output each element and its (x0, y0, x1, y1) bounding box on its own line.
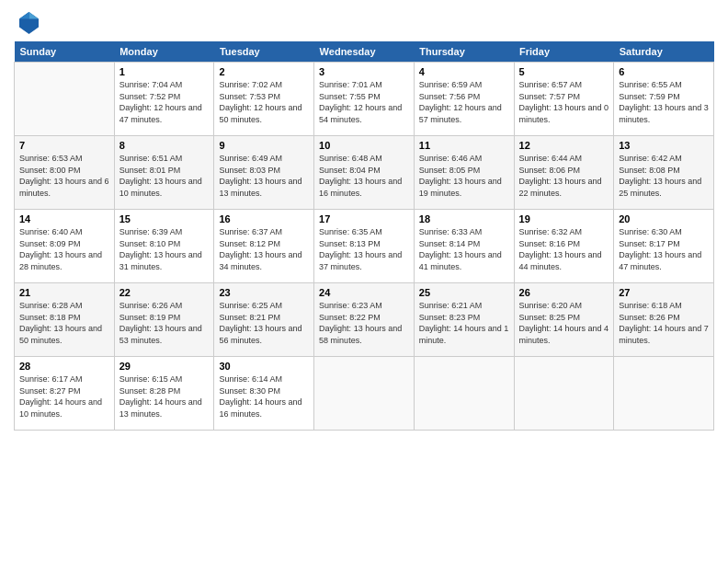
date-number: 16 (219, 213, 309, 224)
date-number: 11 (419, 140, 509, 151)
cell-info: Sunrise: 6:48 AMSunset: 8:04 PMDaylight:… (319, 153, 409, 199)
date-number: 9 (219, 140, 309, 151)
logo-icon (14, 9, 41, 37)
calendar-cell: 27 Sunrise: 6:18 AMSunset: 8:26 PMDaylig… (614, 283, 714, 357)
calendar-cell: 20 Sunrise: 6:30 AMSunset: 8:17 PMDaylig… (614, 210, 714, 283)
date-number: 1 (119, 66, 210, 77)
cell-info: Sunrise: 6:37 AMSunset: 8:12 PMDaylight:… (219, 226, 309, 272)
cell-info: Sunrise: 6:59 AMSunset: 7:56 PMDaylight:… (419, 79, 509, 125)
calendar-cell: 14 Sunrise: 6:40 AMSunset: 8:09 PMDaylig… (15, 210, 115, 283)
calendar-cell: 10 Sunrise: 6:48 AMSunset: 8:04 PMDaylig… (314, 136, 415, 210)
cell-info: Sunrise: 6:51 AMSunset: 8:01 PMDaylight:… (119, 153, 210, 199)
calendar-table: SundayMondayTuesdayWednesdayThursdayFrid… (14, 41, 714, 431)
calendar-cell: 25 Sunrise: 6:21 AMSunset: 8:23 PMDaylig… (414, 283, 514, 357)
calendar-cell: 12 Sunrise: 6:44 AMSunset: 8:06 PMDaylig… (514, 136, 614, 210)
day-header-wednesday: Wednesday (314, 41, 415, 63)
cell-info: Sunrise: 6:21 AMSunset: 8:23 PMDaylight:… (419, 300, 509, 346)
page: SundayMondayTuesdayWednesdayThursdayFrid… (0, 0, 728, 563)
date-number: 28 (19, 361, 109, 372)
cell-info: Sunrise: 6:40 AMSunset: 8:09 PMDaylight:… (19, 226, 109, 272)
cell-info: Sunrise: 6:33 AMSunset: 8:14 PMDaylight:… (419, 226, 509, 272)
cell-info: Sunrise: 6:55 AMSunset: 7:59 PMDaylight:… (619, 79, 709, 125)
cell-info: Sunrise: 6:42 AMSunset: 8:08 PMDaylight:… (619, 153, 709, 199)
week-row-1: 1 Sunrise: 7:04 AMSunset: 7:52 PMDayligh… (15, 63, 714, 136)
week-row-5: 28 Sunrise: 6:17 AMSunset: 8:27 PMDaylig… (15, 357, 714, 431)
calendar-cell: 30 Sunrise: 6:14 AMSunset: 8:30 PMDaylig… (214, 357, 314, 431)
date-number: 18 (419, 213, 509, 224)
day-header-row: SundayMondayTuesdayWednesdayThursdayFrid… (15, 41, 714, 63)
cell-info: Sunrise: 7:04 AMSunset: 7:52 PMDaylight:… (119, 79, 210, 125)
date-number: 27 (619, 287, 709, 298)
date-number: 30 (219, 361, 309, 372)
date-number: 25 (419, 287, 509, 298)
cell-info: Sunrise: 6:23 AMSunset: 8:22 PMDaylight:… (319, 300, 409, 346)
calendar-cell: 13 Sunrise: 6:42 AMSunset: 8:08 PMDaylig… (614, 136, 714, 210)
cell-info: Sunrise: 6:18 AMSunset: 8:26 PMDaylight:… (619, 300, 709, 346)
date-number: 6 (619, 66, 709, 77)
calendar-cell: 17 Sunrise: 6:35 AMSunset: 8:13 PMDaylig… (314, 210, 415, 283)
cell-info: Sunrise: 6:49 AMSunset: 8:03 PMDaylight:… (219, 153, 309, 199)
calendar-cell: 8 Sunrise: 6:51 AMSunset: 8:01 PMDayligh… (114, 136, 214, 210)
calendar-cell: 9 Sunrise: 6:49 AMSunset: 8:03 PMDayligh… (214, 136, 314, 210)
cell-info: Sunrise: 6:26 AMSunset: 8:19 PMDaylight:… (119, 300, 210, 346)
cell-info: Sunrise: 6:46 AMSunset: 8:05 PMDaylight:… (419, 153, 509, 199)
calendar-cell (514, 357, 614, 431)
calendar-cell: 5 Sunrise: 6:57 AMSunset: 7:57 PMDayligh… (514, 63, 614, 136)
week-row-4: 21 Sunrise: 6:28 AMSunset: 8:18 PMDaylig… (15, 283, 714, 357)
cell-info: Sunrise: 6:14 AMSunset: 8:30 PMDaylight:… (219, 373, 309, 419)
cell-info: Sunrise: 6:28 AMSunset: 8:18 PMDaylight:… (19, 300, 109, 346)
date-number: 23 (219, 287, 309, 298)
calendar-cell: 26 Sunrise: 6:20 AMSunset: 8:25 PMDaylig… (514, 283, 614, 357)
calendar-cell: 15 Sunrise: 6:39 AMSunset: 8:10 PMDaylig… (114, 210, 214, 283)
calendar-cell: 21 Sunrise: 6:28 AMSunset: 8:18 PMDaylig… (15, 283, 115, 357)
cell-info: Sunrise: 6:17 AMSunset: 8:27 PMDaylight:… (19, 373, 109, 419)
day-header-tuesday: Tuesday (214, 41, 314, 63)
calendar-cell: 1 Sunrise: 7:04 AMSunset: 7:52 PMDayligh… (114, 63, 214, 136)
cell-info: Sunrise: 6:57 AMSunset: 7:57 PMDaylight:… (519, 79, 609, 125)
calendar-cell: 4 Sunrise: 6:59 AMSunset: 7:56 PMDayligh… (414, 63, 514, 136)
calendar-cell (414, 357, 514, 431)
calendar-cell: 11 Sunrise: 6:46 AMSunset: 8:05 PMDaylig… (414, 136, 514, 210)
calendar-cell: 28 Sunrise: 6:17 AMSunset: 8:27 PMDaylig… (15, 357, 115, 431)
svg-marker-1 (29, 12, 40, 19)
day-header-monday: Monday (114, 41, 214, 63)
cell-info: Sunrise: 6:35 AMSunset: 8:13 PMDaylight:… (319, 226, 409, 272)
date-number: 8 (119, 140, 210, 151)
date-number: 5 (519, 66, 609, 77)
date-number: 24 (319, 287, 409, 298)
calendar-cell: 3 Sunrise: 7:01 AMSunset: 7:55 PMDayligh… (314, 63, 415, 136)
date-number: 19 (519, 213, 609, 224)
week-row-3: 14 Sunrise: 6:40 AMSunset: 8:09 PMDaylig… (15, 210, 714, 283)
day-header-sunday: Sunday (15, 41, 115, 63)
date-number: 21 (19, 287, 109, 298)
date-number: 13 (619, 140, 709, 151)
calendar-cell (314, 357, 415, 431)
date-number: 2 (219, 66, 309, 77)
date-number: 29 (119, 361, 210, 372)
date-number: 20 (619, 213, 709, 224)
day-header-thursday: Thursday (414, 41, 514, 63)
date-number: 17 (319, 213, 409, 224)
cell-info: Sunrise: 6:44 AMSunset: 8:06 PMDaylight:… (519, 153, 609, 199)
week-row-2: 7 Sunrise: 6:53 AMSunset: 8:00 PMDayligh… (15, 136, 714, 210)
date-number: 4 (419, 66, 509, 77)
cell-info: Sunrise: 6:15 AMSunset: 8:28 PMDaylight:… (119, 373, 210, 419)
calendar-cell: 2 Sunrise: 7:02 AMSunset: 7:53 PMDayligh… (214, 63, 314, 136)
calendar-cell: 29 Sunrise: 6:15 AMSunset: 8:28 PMDaylig… (114, 357, 214, 431)
cell-info: Sunrise: 6:25 AMSunset: 8:21 PMDaylight:… (219, 300, 309, 346)
date-number: 7 (19, 140, 109, 151)
day-header-saturday: Saturday (614, 41, 714, 63)
logo (14, 9, 45, 37)
cell-info: Sunrise: 7:02 AMSunset: 7:53 PMDaylight:… (219, 79, 309, 125)
cell-info: Sunrise: 6:39 AMSunset: 8:10 PMDaylight:… (119, 226, 210, 272)
date-number: 15 (119, 213, 210, 224)
calendar-cell: 6 Sunrise: 6:55 AMSunset: 7:59 PMDayligh… (614, 63, 714, 136)
date-number: 3 (319, 66, 409, 77)
date-number: 10 (319, 140, 409, 151)
day-header-friday: Friday (514, 41, 614, 63)
calendar-cell (614, 357, 714, 431)
calendar-cell: 18 Sunrise: 6:33 AMSunset: 8:14 PMDaylig… (414, 210, 514, 283)
cell-info: Sunrise: 7:01 AMSunset: 7:55 PMDaylight:… (319, 79, 409, 125)
date-number: 22 (119, 287, 210, 298)
calendar-cell: 22 Sunrise: 6:26 AMSunset: 8:19 PMDaylig… (114, 283, 214, 357)
